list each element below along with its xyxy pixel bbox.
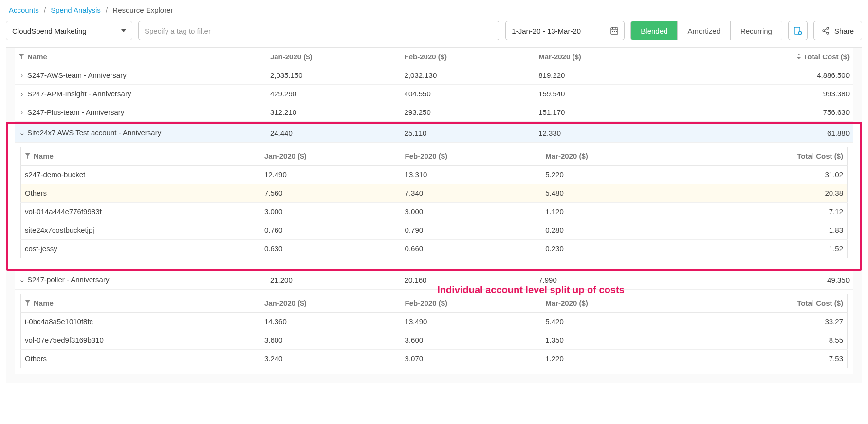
- chevron-right-icon: ›: [18, 108, 25, 116]
- sub-row-jan: 12.490: [260, 166, 401, 184]
- sub-row-feb: 3.600: [401, 331, 542, 350]
- sub-row[interactable]: vol-014a444e776f9983f 3.000 3.000 1.120 …: [21, 203, 848, 221]
- svg-line-14: [825, 31, 827, 33]
- col-total-header[interactable]: Total Cost ($): [669, 48, 853, 66]
- sub-row-jan: 3.600: [260, 331, 401, 350]
- row-mar: 159.540: [535, 85, 669, 103]
- svg-point-9: [799, 33, 800, 34]
- svg-rect-5: [614, 31, 615, 32]
- table-row-expanded[interactable]: ⌄S247-poller - Anniversary 21.200 20.160…: [15, 271, 853, 290]
- account-select[interactable]: CloudSpend Marketing: [6, 21, 132, 40]
- sub-row[interactable]: site24x7costbucketjpj 0.760 0.790 0.280 …: [21, 221, 848, 240]
- row-name: S247-Plus-team - Anniversary: [27, 108, 124, 116]
- sub-row[interactable]: cost-jessy 0.630 0.660 0.230 1.52: [21, 240, 848, 258]
- svg-rect-2: [612, 27, 613, 29]
- sub-row-jan: 0.760: [260, 221, 401, 240]
- sub-row-jan: 0.630: [260, 240, 401, 258]
- sub-col-jan[interactable]: Jan-2020 ($): [260, 294, 401, 313]
- row-feb: 25.110: [401, 124, 535, 143]
- sub-col-name[interactable]: Name: [21, 147, 260, 166]
- sub-row-feb: 7.340: [401, 184, 542, 203]
- row-total: 4,886.500: [669, 66, 853, 85]
- sub-row[interactable]: s247-demo-bucket 12.490 13.310 5.220 31.…: [21, 166, 848, 184]
- seg-blended[interactable]: Blended: [631, 21, 677, 40]
- chevron-right-icon: ›: [18, 71, 25, 79]
- row-feb: 2,032.130: [401, 66, 535, 85]
- breadcrumb-spend-analysis[interactable]: Spend Analysis: [51, 6, 101, 14]
- col-mar-header[interactable]: Mar-2020 ($): [535, 48, 669, 66]
- svg-rect-4: [612, 31, 613, 32]
- sub-row-total: 31.02: [682, 166, 848, 184]
- row-name: S247-APM-Insight - Anniversary: [27, 90, 131, 98]
- sub-col-name-label: Name: [34, 152, 54, 160]
- svg-point-10: [827, 27, 829, 29]
- col-feb-header[interactable]: Feb-2020 ($): [401, 48, 535, 66]
- sub-row-mar: 0.230: [541, 240, 682, 258]
- annotation-label: Individual account level split up of cos…: [437, 281, 625, 296]
- chevron-down-icon: ⌄: [18, 129, 25, 137]
- sub-row-total: 1.83: [682, 221, 848, 240]
- breadcrumb-sep: /: [44, 6, 46, 14]
- share-icon: [822, 27, 830, 35]
- sub-cost-table: Name Jan-2020 ($) Feb-2020 ($) Mar-2020 …: [20, 147, 848, 258]
- table-row[interactable]: ›S247-Plus-team - Anniversary 312.210 29…: [15, 103, 853, 122]
- sub-col-total[interactable]: Total Cost ($): [682, 294, 848, 313]
- row-mar: 12.330: [535, 124, 669, 143]
- row-mar: 151.170: [535, 103, 669, 122]
- sub-cost-table-2: Name Jan-2020 ($) Feb-2020 ($) Mar-2020 …: [20, 294, 848, 368]
- table-row[interactable]: ›S247-AWS-team - Anniversary 2,035.150 2…: [15, 66, 853, 85]
- share-button[interactable]: Share: [813, 21, 862, 40]
- sub-row-total: 1.52: [682, 240, 848, 258]
- sub-col-feb[interactable]: Feb-2020 ($): [401, 294, 542, 313]
- table-row[interactable]: ›S247-APM-Insight - Anniversary 429.290 …: [15, 85, 853, 103]
- sub-row-feb: 13.490: [401, 313, 542, 331]
- sub-col-total[interactable]: Total Cost ($): [682, 147, 848, 166]
- date-range-picker[interactable]: 1-Jan-20 - 13-Mar-20: [505, 21, 625, 40]
- sub-col-name[interactable]: Name: [21, 294, 260, 313]
- settings-button[interactable]: [788, 21, 808, 40]
- breadcrumb-accounts[interactable]: Accounts: [9, 6, 39, 14]
- filter-icon: [25, 300, 31, 306]
- table-row-expanded[interactable]: ⌄Site24x7 AWS Test account - Anniversary…: [15, 124, 853, 143]
- col-jan-header[interactable]: Jan-2020 ($): [266, 48, 401, 66]
- highlighted-section: ⌄Site24x7 AWS Test account - Anniversary…: [6, 122, 862, 271]
- breadcrumb-current: Resource Explorer: [112, 6, 173, 14]
- sub-row-feb: 13.310: [401, 166, 542, 184]
- sub-col-mar[interactable]: Mar-2020 ($): [541, 294, 682, 313]
- row-name: S247-AWS-team - Anniversary: [27, 71, 127, 79]
- sub-row[interactable]: vol-07e75ed9f3169b310 3.600 3.600 1.350 …: [21, 331, 848, 350]
- sub-row-name: vol-014a444e776f9983f: [21, 203, 260, 221]
- sub-row-total: 7.12: [682, 203, 848, 221]
- chevron-right-icon: ›: [18, 90, 25, 98]
- sub-row-feb: 3.070: [401, 350, 542, 368]
- svg-rect-3: [616, 27, 617, 29]
- sub-row-feb: 0.660: [401, 240, 542, 258]
- col-name-header[interactable]: Name: [15, 48, 266, 66]
- cost-table: Name Jan-2020 ($) Feb-2020 ($) Mar-2020 …: [15, 48, 853, 374]
- sub-row-name: Others: [21, 184, 260, 203]
- row-jan: 312.210: [266, 103, 401, 122]
- sub-row[interactable]: Others 3.240 3.070 1.220 7.53: [21, 350, 848, 368]
- settings-gear-icon: [794, 26, 802, 35]
- caret-down-icon: [121, 29, 126, 32]
- seg-recurring[interactable]: Recurring: [730, 21, 782, 40]
- sub-col-mar[interactable]: Mar-2020 ($): [541, 147, 682, 166]
- tag-filter-input[interactable]: [145, 27, 493, 35]
- sub-row-jan: 3.000: [260, 203, 401, 221]
- tag-filter-input-wrap[interactable]: [138, 21, 499, 40]
- sub-row[interactable]: i-0bc4a8a5e1010f8fc 14.360 13.490 5.420 …: [21, 313, 848, 331]
- svg-point-12: [827, 32, 829, 34]
- row-total: 756.630: [669, 103, 853, 122]
- sub-col-jan[interactable]: Jan-2020 ($): [260, 147, 401, 166]
- col-total-label: Total Cost ($): [803, 53, 850, 61]
- sub-col-name-label: Name: [34, 299, 54, 307]
- seg-amortized[interactable]: Amortized: [677, 21, 730, 40]
- sub-row-name: i-0bc4a8a5e1010f8fc: [21, 313, 260, 331]
- subtable-header-row: Name Jan-2020 ($) Feb-2020 ($) Mar-2020 …: [21, 147, 848, 166]
- cost-type-segmented: Blended Amortized Recurring: [630, 21, 782, 40]
- sub-row[interactable]: Others 7.560 7.340 5.480 20.38: [21, 184, 848, 203]
- sub-row-name: cost-jessy: [21, 240, 260, 258]
- filter-icon: [25, 153, 31, 159]
- sub-row-jan: 3.240: [260, 350, 401, 368]
- sub-col-feb[interactable]: Feb-2020 ($): [401, 147, 542, 166]
